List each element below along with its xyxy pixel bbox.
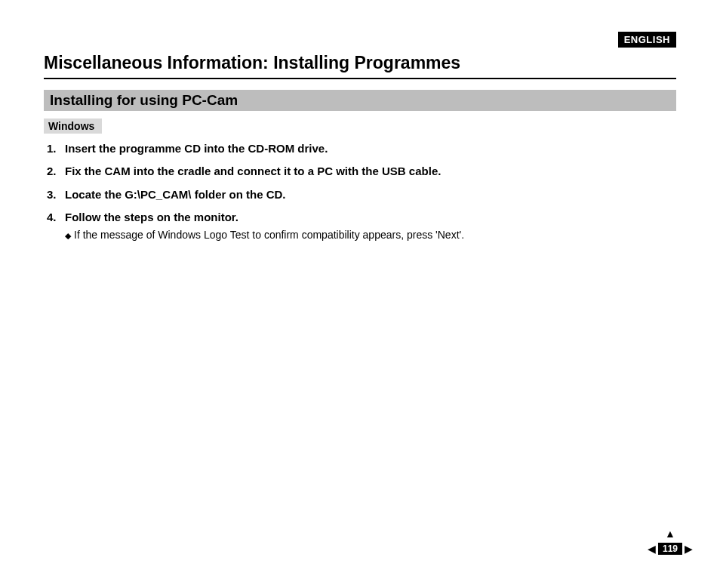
os-tag: Windows (44, 119, 102, 134)
diamond-icon: ◆ (65, 231, 71, 240)
step-sub-content: If the message of Windows Logo Test to c… (74, 229, 464, 241)
section-heading: Installing for using PC-Cam (44, 90, 676, 111)
step-text: Insert the programme CD into the CD-ROM … (65, 142, 328, 155)
step-item: 4.Follow the steps on the monitor. ◆If t… (47, 210, 676, 242)
manual-page: ENGLISH Miscellaneous Information: Insta… (0, 0, 720, 588)
step-item: 1.Insert the programme CD into the CD-RO… (47, 141, 676, 156)
triangle-left-icon: ◀ (648, 543, 656, 555)
step-number: 1. (47, 141, 65, 156)
step-number: 4. (47, 210, 65, 225)
step-item: 3.Locate the G:\PC_CAM\ folder on the CD… (47, 187, 676, 202)
triangle-right-icon: ▶ (685, 543, 693, 555)
step-text: Fix the CAM into the cradle and connect … (65, 165, 441, 177)
step-subtext: ◆If the message of Windows Logo Test to … (47, 228, 676, 242)
page-title: Miscellaneous Information: Installing Pr… (44, 53, 676, 73)
step-text: Follow the steps on the monitor. (65, 211, 238, 223)
title-divider (44, 78, 676, 79)
step-text: Locate the G:\PC_CAM\ folder on the CD. (65, 188, 286, 201)
page-number: 119 (658, 543, 682, 555)
step-number: 2. (47, 164, 65, 179)
step-item: 2.Fix the CAM into the cradle and connec… (47, 164, 676, 179)
step-number: 3. (47, 187, 65, 202)
language-tag: ENGLISH (618, 32, 676, 48)
triangle-up-icon: ▲ (665, 528, 675, 540)
page-number-ornament: ▲ ◀ ▶ 119 (651, 535, 690, 562)
steps-list: 1.Insert the programme CD into the CD-RO… (44, 141, 676, 242)
